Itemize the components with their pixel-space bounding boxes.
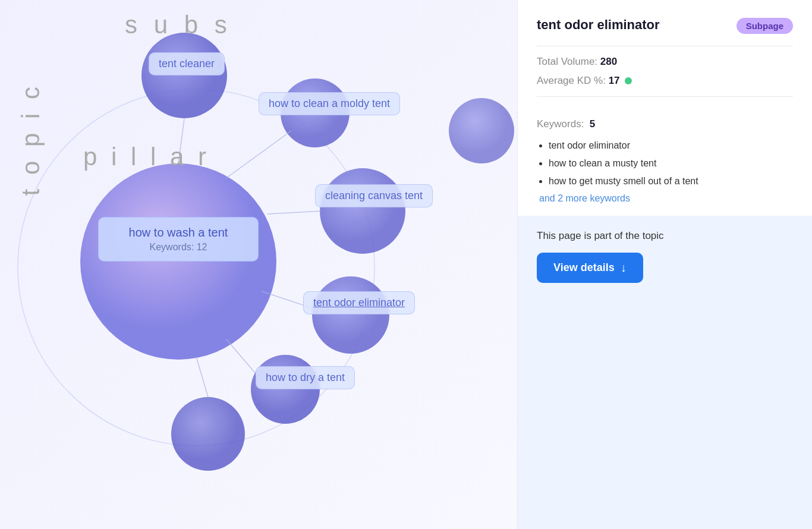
keyword-item-2: how to clean a musty tent: [549, 156, 793, 171]
bubble-clean-moldy[interactable]: how to clean a moldy tent: [259, 92, 400, 115]
bubble-tent-odor[interactable]: tent odor eliminator: [303, 291, 415, 314]
svg-line-10: [226, 131, 291, 178]
more-keywords-link[interactable]: and 2 more keywords: [539, 193, 793, 204]
divider-1: [537, 46, 793, 46]
svg-point-5: [312, 276, 389, 354]
avg-kd-row: Average KD %: 17: [537, 75, 793, 87]
keyword-item-3: how to get musty smell out of a tent: [549, 174, 793, 188]
subpage-badge: Subpage: [737, 18, 793, 34]
canvas-area: s u b s t o p i c p i l l a r tent clean…: [0, 0, 517, 529]
bubble-how-to-dry[interactable]: how to dry a tent: [256, 366, 355, 389]
bubble-tent-cleaner[interactable]: tent cleaner: [149, 52, 225, 75]
bubble-cleaning-canvas[interactable]: cleaning canvas tent: [315, 184, 433, 207]
svg-point-8: [449, 98, 514, 163]
view-details-arrow-icon: ↓: [621, 261, 627, 275]
total-volume-label: Total Volume:: [537, 56, 597, 68]
svg-line-11: [267, 211, 321, 214]
label-subs: s u b s: [125, 11, 232, 39]
total-volume-row: Total Volume: 280: [537, 56, 793, 68]
bubble-pillar-main[interactable]: how to wash a tent Keywords: 12: [98, 217, 259, 262]
label-topic: t o p i c: [17, 83, 45, 196]
sidebar-panel: tent odor eliminator Subpage Total Volum…: [517, 0, 812, 529]
avg-kd-value: 17: [609, 75, 620, 87]
panel-top: tent odor eliminator Subpage Total Volum…: [518, 0, 812, 118]
svg-point-7: [171, 397, 245, 471]
kd-dot-icon: [625, 77, 632, 84]
svg-line-14: [196, 357, 208, 397]
avg-kd-label: Average KD %:: [537, 75, 606, 87]
svg-point-4: [320, 168, 405, 254]
view-details-label: View details: [553, 262, 615, 274]
panel-bottom-text: This page is part of the topic: [537, 230, 793, 242]
view-details-button[interactable]: View details ↓: [537, 253, 643, 283]
total-volume-value: 280: [600, 56, 617, 68]
keywords-section: Keywords: 5 tent odor eliminator how to …: [518, 118, 812, 216]
panel-title: tent odor eliminator: [537, 17, 729, 34]
pillar-main-keywords: Keywords: 12: [111, 242, 246, 253]
keywords-label: Keywords:: [537, 118, 584, 130]
svg-point-2: [141, 33, 227, 118]
keyword-item-1: tent odor eliminator: [549, 138, 793, 153]
panel-header: tent odor eliminator Subpage: [537, 17, 793, 34]
panel-bottom: This page is part of the topic View deta…: [518, 216, 812, 529]
svg-point-6: [251, 355, 320, 424]
divider-2: [537, 96, 793, 97]
topology-svg: [0, 0, 517, 529]
keyword-list: tent odor eliminator how to clean a must…: [537, 138, 793, 188]
pillar-main-title: how to wash a tent: [111, 226, 246, 240]
svg-point-1: [80, 163, 276, 360]
keywords-count-row: Keywords: 5: [537, 118, 793, 130]
keywords-count-value: 5: [590, 118, 595, 130]
label-pillar: p i l l a r: [83, 143, 210, 171]
